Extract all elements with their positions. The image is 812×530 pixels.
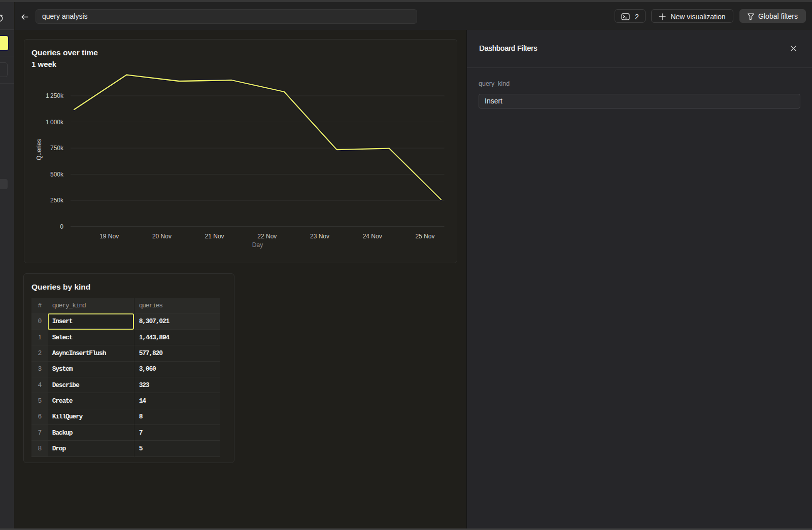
svg-text:Queries: Queries — [35, 139, 42, 160]
svg-text:0: 0 — [60, 223, 63, 230]
svg-text:500k: 500k — [50, 171, 63, 178]
svg-text:750k: 750k — [50, 145, 63, 152]
svg-text:19 Nov: 19 Nov — [99, 233, 119, 240]
svg-text:250k: 250k — [50, 197, 63, 204]
svg-text:22 Nov: 22 Nov — [257, 233, 277, 240]
svg-text:1 250k: 1 250k — [45, 92, 63, 99]
svg-text:20 Nov: 20 Nov — [152, 233, 171, 240]
svg-text:1 000k: 1 000k — [45, 119, 63, 126]
svg-text:24 Nov: 24 Nov — [362, 233, 382, 240]
svg-text:21 Nov: 21 Nov — [205, 233, 224, 240]
svg-text:25 Nov: 25 Nov — [415, 233, 434, 240]
svg-text:23 Nov: 23 Nov — [310, 233, 329, 240]
svg-text:Day: Day — [252, 241, 262, 249]
